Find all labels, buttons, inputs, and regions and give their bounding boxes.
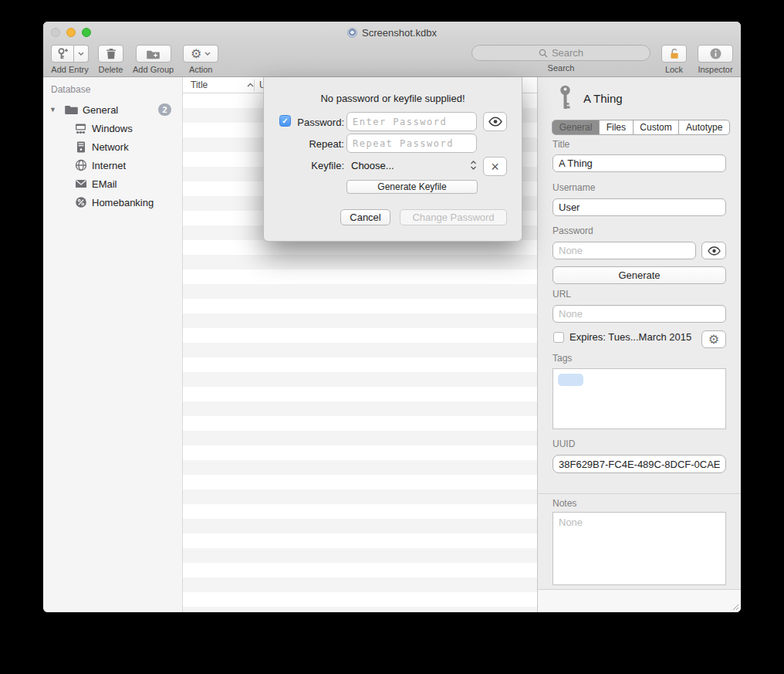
notes-label: Notes xyxy=(553,498,576,509)
group-label: Homebanking xyxy=(92,197,154,208)
info-icon xyxy=(710,48,721,59)
expires-label: Expires: Tues...March 2015 xyxy=(569,331,691,343)
dialog-keyfile-label: Keyfile: xyxy=(264,160,344,171)
search-input[interactable]: Search xyxy=(471,45,651,61)
sidebar-item-homebanking[interactable]: Homebanking xyxy=(43,193,182,212)
sidebar-item-general[interactable]: General 2 xyxy=(43,100,182,119)
folder-plus-icon xyxy=(147,49,160,59)
group-label: Windows xyxy=(92,123,133,134)
app-window: Screenshot.kdbx Add Entry Delete xyxy=(43,22,741,612)
generate-keyfile-button[interactable]: Generate Keyfile xyxy=(346,180,478,194)
password-field[interactable] xyxy=(553,242,696,259)
action-group: Action xyxy=(183,45,218,74)
inspector-footer xyxy=(538,589,741,612)
uuid-label: UUID xyxy=(553,439,575,449)
url-field-label: URL xyxy=(553,289,571,300)
add-entry-label: Add Entry xyxy=(51,65,88,74)
inspector-toggle-group: Inspector xyxy=(698,45,733,74)
tab-files[interactable]: Files xyxy=(599,120,633,134)
delete-button[interactable] xyxy=(98,45,123,63)
generate-password-button[interactable]: Generate xyxy=(553,266,726,284)
group-label: EMail xyxy=(92,178,117,190)
expires-row: Expires: Tues...March 2015 xyxy=(553,331,691,343)
eye-icon xyxy=(488,117,502,127)
inspector-button[interactable] xyxy=(698,45,733,63)
chevron-down-icon xyxy=(78,52,84,56)
inspector-label: Inspector xyxy=(698,65,732,74)
entry-count-badge: 2 xyxy=(158,103,171,116)
cancel-button[interactable]: Cancel xyxy=(340,209,390,225)
title-field-label: Title xyxy=(553,139,569,150)
dialog-password-label: Password: xyxy=(264,117,344,128)
tags-field[interactable] xyxy=(553,368,726,429)
title-field[interactable] xyxy=(553,154,726,172)
sidebar: Database General 2 Windows Network xyxy=(43,77,183,612)
close-icon xyxy=(491,160,499,174)
globe-icon xyxy=(74,159,87,172)
url-field[interactable] xyxy=(553,305,726,323)
expires-checkbox[interactable] xyxy=(553,332,564,343)
key-icon xyxy=(557,85,573,113)
group-label: Internet xyxy=(92,160,126,171)
show-password-button[interactable] xyxy=(701,242,726,259)
uuid-field[interactable] xyxy=(553,455,726,473)
window-title-group: Screenshot.kdbx xyxy=(43,22,741,43)
sort-ascending-icon xyxy=(247,83,254,87)
password-field-label: Password xyxy=(553,225,593,236)
action-button[interactable] xyxy=(183,45,218,63)
envelope-icon xyxy=(74,178,87,191)
sidebar-item-email[interactable]: EMail xyxy=(43,174,182,193)
expires-settings-button[interactable] xyxy=(701,330,726,348)
sidebar-item-network[interactable]: Network xyxy=(43,137,182,156)
tags-label: Tags xyxy=(553,353,572,364)
divider xyxy=(538,493,741,494)
sidebar-header: Database xyxy=(43,84,182,95)
search-group: Search Search xyxy=(471,45,651,73)
add-entry-button[interactable] xyxy=(51,45,74,63)
inspector-tabs: General Files Custom Autotype xyxy=(552,120,730,135)
windows-icon xyxy=(74,122,87,135)
key-plus-icon xyxy=(56,48,69,60)
keyfile-selected-value: Choose... xyxy=(351,160,394,171)
stepper-icon xyxy=(470,160,477,171)
tab-general[interactable]: General xyxy=(553,120,599,134)
entry-title: A Thing xyxy=(583,92,623,105)
dialog-show-password-button[interactable] xyxy=(483,112,507,131)
change-password-button[interactable]: Change Password xyxy=(400,209,507,225)
tab-autotype[interactable]: Autotype xyxy=(678,120,729,134)
tab-custom[interactable]: Custom xyxy=(633,120,679,134)
add-group-button[interactable] xyxy=(136,45,171,63)
username-field[interactable] xyxy=(553,198,726,216)
inspector-panel: A Thing General Files Custom Autotype Ti… xyxy=(537,77,741,612)
percent-icon xyxy=(74,196,87,209)
resize-grip[interactable] xyxy=(731,602,739,611)
sidebar-item-windows[interactable]: Windows xyxy=(43,119,182,137)
folder-icon xyxy=(65,103,78,117)
lock-button[interactable] xyxy=(661,45,687,63)
sidebar-item-internet[interactable]: Internet xyxy=(43,156,182,174)
search-label: Search xyxy=(548,63,575,73)
group-label: Network xyxy=(92,141,129,153)
document-icon xyxy=(347,28,357,38)
lock-group: Lock xyxy=(661,45,687,74)
column-header-title[interactable]: Title xyxy=(183,80,254,90)
dialog-repeat-input[interactable] xyxy=(346,134,477,153)
group-label: General xyxy=(83,104,118,116)
gear-icon xyxy=(708,334,719,346)
username-field-label: Username xyxy=(553,182,595,193)
add-entry-dropdown-button[interactable] xyxy=(74,45,89,63)
notes-field[interactable] xyxy=(553,512,726,585)
trash-icon xyxy=(106,48,117,59)
tag-pill[interactable] xyxy=(558,374,583,386)
clear-keyfile-button[interactable] xyxy=(483,157,507,176)
disclosure-triangle-icon[interactable] xyxy=(49,106,56,113)
column-title-label: Title xyxy=(191,80,208,90)
search-placeholder: Search xyxy=(552,47,583,59)
title-bar[interactable]: Screenshot.kdbx xyxy=(43,22,741,43)
dialog-password-input[interactable] xyxy=(346,112,477,131)
search-icon xyxy=(539,49,548,58)
add-entry-group: Add Entry xyxy=(51,45,89,74)
keyfile-popup-button[interactable]: Choose... xyxy=(351,157,477,174)
toolbar: Add Entry Delete Add Group Action Se xyxy=(43,43,741,77)
dialog-repeat-label: Repeat: xyxy=(264,138,344,150)
